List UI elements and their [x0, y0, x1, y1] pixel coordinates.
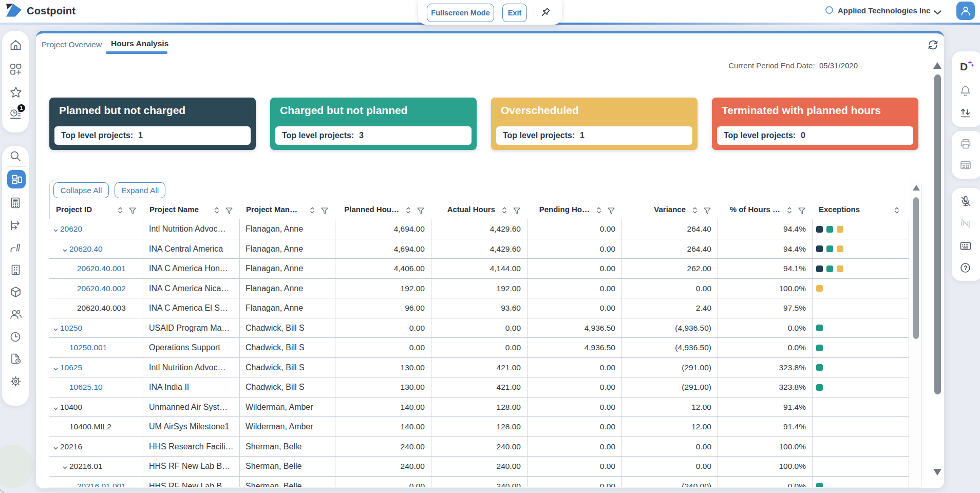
svg-text:D: D — [960, 61, 968, 72]
svg-text:?: ? — [964, 264, 967, 272]
